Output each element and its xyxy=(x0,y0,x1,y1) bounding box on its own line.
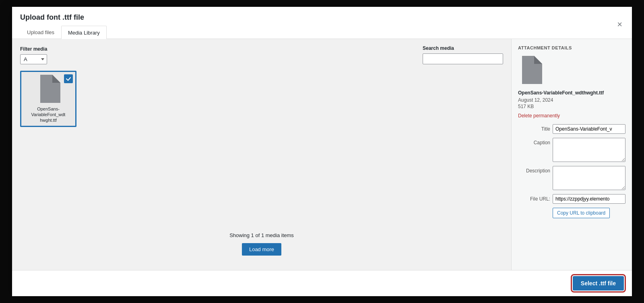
attachment-sidebar: ATTACHMENT DETAILS OpenSans-VariableFont… xyxy=(511,39,632,270)
modal-close-button[interactable]: × xyxy=(615,20,624,29)
tab-upload-files[interactable]: Upload files xyxy=(20,26,61,39)
search-section: Search media xyxy=(423,45,503,64)
description-field-row: Description xyxy=(518,166,625,190)
tabs: Upload files Media Library xyxy=(20,26,107,39)
title-input[interactable] xyxy=(553,124,625,134)
attachment-size: 517 KB xyxy=(518,104,625,109)
title-label: Title xyxy=(518,124,550,132)
attachment-details-title: ATTACHMENT DETAILS xyxy=(518,45,625,50)
tab-media-library[interactable]: Media Library xyxy=(61,26,107,39)
filter-select[interactable]: A xyxy=(20,54,47,64)
caption-textarea[interactable] xyxy=(553,138,625,162)
filter-label: Filter media xyxy=(20,46,47,52)
description-textarea[interactable] xyxy=(553,166,625,190)
showing-text: Showing 1 of 1 media items xyxy=(20,232,503,238)
attachment-date: August 12, 2024 xyxy=(518,97,625,103)
caption-field-row: Caption xyxy=(518,138,625,162)
modal: Upload font .ttf file Upload files Media… xyxy=(12,7,632,296)
file-url-input[interactable] xyxy=(553,194,625,204)
media-grid: OpenSans-VariableFont_wdthwght.ttf xyxy=(20,71,503,224)
title-field-row: Title xyxy=(518,124,625,134)
search-label: Search media xyxy=(423,45,503,51)
copy-url-button[interactable]: Copy URL to clipboard xyxy=(553,208,610,218)
load-more-button[interactable]: Load more xyxy=(242,243,281,256)
media-item[interactable]: OpenSans-VariableFont_wdthwght.ttf xyxy=(20,71,76,127)
attachment-file-name: OpenSans-VariableFont_wdthwght.ttf xyxy=(518,90,625,96)
modal-body: Filter media A Search media xyxy=(12,39,632,270)
modal-header: Upload font .ttf file Upload files Media… xyxy=(12,7,632,39)
attachment-fields: Title Caption Description File URL: xyxy=(518,124,625,218)
modal-footer: Select .ttf file xyxy=(12,270,632,296)
delete-permanently-link[interactable]: Delete permanently xyxy=(518,113,560,119)
toolbar: Filter media A Search media xyxy=(20,45,503,64)
modal-title: Upload font .ttf file xyxy=(20,13,84,21)
media-area: Filter media A Search media xyxy=(12,39,511,270)
attachment-file-icon xyxy=(518,56,542,84)
media-item-name: OpenSans-VariableFont_wdthwght.ttf xyxy=(30,106,67,123)
copy-url-row: Copy URL to clipboard xyxy=(518,208,625,218)
search-input[interactable] xyxy=(423,53,503,64)
select-ttf-button[interactable]: Select .ttf file xyxy=(573,276,624,291)
filter-section: Filter media A xyxy=(20,46,47,64)
check-icon xyxy=(64,74,73,83)
description-label: Description xyxy=(518,166,550,174)
media-footer: Showing 1 of 1 media items Load more xyxy=(20,224,503,264)
file-url-label: File URL: xyxy=(518,194,550,202)
file-icon xyxy=(36,75,60,103)
modal-overlay: Upload font .ttf file Upload files Media… xyxy=(0,0,644,303)
attachment-preview xyxy=(518,56,625,85)
caption-label: Caption xyxy=(518,138,550,145)
file-url-field-row: File URL: xyxy=(518,194,625,204)
